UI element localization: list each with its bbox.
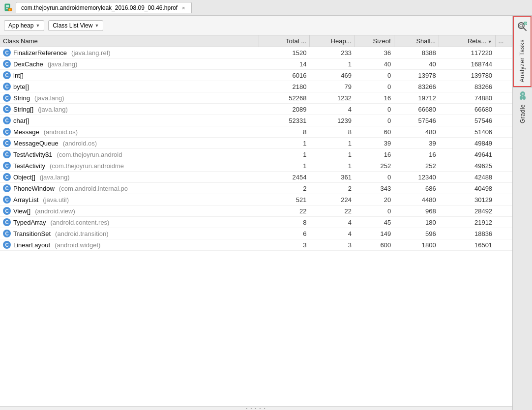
- svg-rect-3: [6, 8, 8, 9]
- content-area: App heap ▼ Class List View ▼ Class Name …: [0, 16, 512, 410]
- col-header-classname[interactable]: Class Name: [0, 35, 259, 47]
- cell-more: [495, 59, 512, 70]
- class-type-icon: C: [3, 139, 11, 147]
- cell-total: 2: [259, 183, 309, 194]
- cell-total: 3: [259, 239, 309, 251]
- table-row[interactable]: C String (java.lang) 5226812321619712748…: [0, 92, 512, 104]
- cell-retained: 16501: [439, 239, 495, 251]
- table-row[interactable]: C int[] 6016469013978139780: [0, 70, 512, 81]
- gradle-panel[interactable]: Gradle: [513, 87, 532, 410]
- table-row[interactable]: C Message (android.os) 886048051406: [0, 126, 512, 138]
- cell-more: [495, 149, 512, 160]
- analyzer-tasks-panel[interactable]: ⚙ Analyzer Tasks: [513, 16, 532, 87]
- class-package: (java.lang): [34, 94, 64, 102]
- class-package: (java.lang.ref): [71, 49, 110, 57]
- table-row[interactable]: C TypedArray (android.content.res) 84451…: [0, 217, 512, 228]
- cell-total: 8: [259, 217, 309, 228]
- view-dropdown[interactable]: Class List View ▼: [48, 20, 103, 31]
- cell-heap: 1: [309, 59, 355, 70]
- class-name: Object[]: [13, 174, 35, 181]
- cell-more: [495, 205, 512, 217]
- table-row[interactable]: C byte[] 21807908326683266: [0, 81, 512, 92]
- table-row[interactable]: C View[] (android.view) 2222096828492: [0, 205, 512, 217]
- cell-total: 1: [259, 149, 309, 160]
- class-cell: C TestActivity (com.thejoyrun.androidme: [3, 162, 256, 170]
- class-cell: C TransitionSet (android.transition): [3, 230, 256, 237]
- class-name: TestActivity: [13, 162, 45, 170]
- class-type-icon: C: [3, 230, 11, 237]
- cell-sizeof: 16: [355, 149, 394, 160]
- col-header-retained[interactable]: Reta...: [439, 35, 495, 47]
- class-name: LinearLayout: [13, 241, 50, 249]
- cell-shallow: 686: [394, 183, 439, 194]
- main-layout: App heap ▼ Class List View ▼ Class Name …: [0, 16, 532, 410]
- class-name: int[]: [13, 72, 24, 79]
- cell-shallow: 39: [394, 138, 439, 149]
- class-name: char[]: [13, 117, 30, 124]
- class-type-icon: C: [3, 49, 11, 57]
- cell-heap: 1: [309, 160, 355, 172]
- cell-more: [495, 115, 512, 126]
- cell-sizeof: 40: [355, 59, 394, 70]
- cell-total: 1: [259, 138, 309, 149]
- table-row[interactable]: C MessageQueue (android.os) 11393949849: [0, 138, 512, 149]
- cell-retained: 57546: [439, 115, 495, 126]
- cell-heap: 3: [309, 239, 355, 251]
- cell-shallow: 12340: [394, 172, 439, 183]
- col-header-shallow[interactable]: Shall...: [394, 35, 439, 47]
- class-table: Class Name Total ... Heap... Sizeof Shal…: [0, 35, 512, 251]
- class-type-icon: C: [3, 117, 11, 124]
- table-row[interactable]: C PhoneWindow (com.android.internal.po 2…: [0, 183, 512, 194]
- col-header-sizeof[interactable]: Sizeof: [355, 35, 394, 47]
- class-package: (android.transition): [55, 230, 108, 237]
- cell-heap: 2: [309, 183, 355, 194]
- col-header-heap[interactable]: Heap...: [309, 35, 355, 47]
- tab-close-button[interactable]: ×: [180, 5, 186, 11]
- class-package: (android.widget): [55, 241, 100, 249]
- view-dropdown-label: Class List View: [53, 22, 92, 29]
- class-type-icon: C: [3, 105, 11, 113]
- cell-sizeof: 0: [355, 81, 394, 92]
- class-type-icon: C: [3, 94, 11, 102]
- cell-more: [495, 70, 512, 81]
- cell-shallow: 1800: [394, 239, 439, 251]
- table-row[interactable]: C TestActivity (com.thejoyrun.androidme …: [0, 160, 512, 172]
- bottom-bar: • • • • •: [0, 406, 512, 410]
- scroll-indicator: • • • • •: [246, 406, 266, 410]
- table-row[interactable]: C String[] (java.lang) 2089406668066680: [0, 104, 512, 115]
- table-row[interactable]: C Object[] (java.lang) 24543610123404248…: [0, 172, 512, 183]
- cell-sizeof: 16: [355, 92, 394, 104]
- svg-line-8: [524, 28, 527, 31]
- cell-total: 52268: [259, 92, 309, 104]
- cell-heap: 1: [309, 138, 355, 149]
- class-type-icon: C: [3, 60, 11, 68]
- class-name: String[]: [13, 106, 33, 113]
- class-type-icon: C: [3, 162, 11, 170]
- cell-retained: 42488: [439, 172, 495, 183]
- cell-sizeof: 60: [355, 126, 394, 138]
- col-header-more[interactable]: ...: [495, 35, 512, 47]
- class-name: TypedArray: [13, 219, 46, 226]
- heap-dropdown-label: App heap: [8, 22, 33, 29]
- table-row[interactable]: C TestActivity$1 (com.thejoyrun.android …: [0, 149, 512, 160]
- table-row[interactable]: C LinearLayout (android.widget) 33600180…: [0, 239, 512, 251]
- cell-retained: 28492: [439, 205, 495, 217]
- col-header-total[interactable]: Total ...: [259, 35, 309, 47]
- tab-label: com.thejoyrun.androidmemoryleak_2016.08.…: [21, 4, 177, 11]
- table-row[interactable]: C ArrayList (java.util) 5212242044803012…: [0, 194, 512, 205]
- class-package: (android.content.res): [50, 219, 109, 226]
- gradle-label: Gradle: [519, 104, 526, 123]
- cell-sizeof: 36: [355, 47, 394, 59]
- table-row[interactable]: C char[] 52331123905754657546: [0, 115, 512, 126]
- table-row[interactable]: C TransitionSet (android.transition) 641…: [0, 228, 512, 239]
- cell-retained: 18836: [439, 228, 495, 239]
- class-name: FinalizerReference: [13, 49, 67, 57]
- toolbar: App heap ▼ Class List View ▼: [0, 16, 512, 35]
- heap-dropdown[interactable]: App heap ▼: [4, 20, 44, 31]
- class-type-icon: C: [3, 207, 11, 215]
- cell-total: 2180: [259, 81, 309, 92]
- table-row[interactable]: C FinalizerReference (java.lang.ref) 152…: [0, 47, 512, 59]
- cell-retained: 49641: [439, 149, 495, 160]
- table-row[interactable]: C DexCache (java.lang) 1414040168744: [0, 59, 512, 70]
- file-tab[interactable]: com.thejoyrun.androidmemoryleak_2016.08.…: [16, 2, 192, 13]
